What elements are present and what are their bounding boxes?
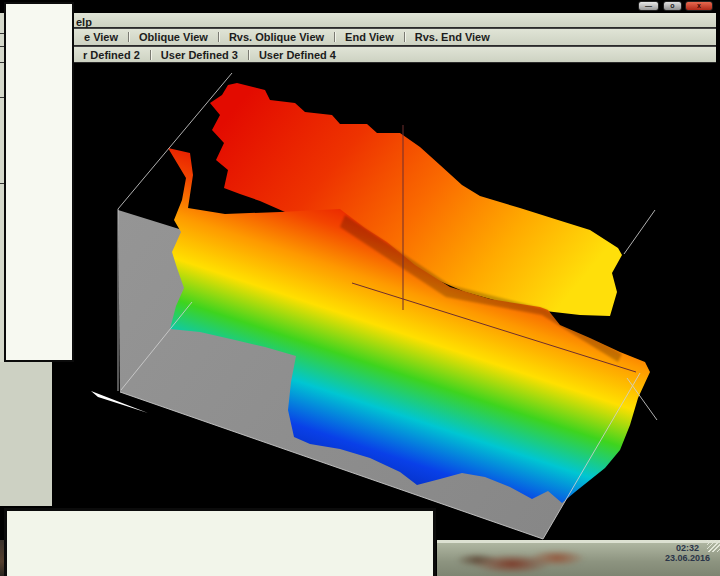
toolbar-button-view[interactable]: e View — [76, 31, 126, 43]
resize-grip[interactable] — [707, 540, 720, 552]
toolbar-separator — [218, 32, 219, 42]
minimize-button[interactable]: — — [638, 1, 659, 11]
overlay-box-left — [4, 2, 74, 362]
toolbar-separator — [334, 32, 335, 42]
overlay-box-gray — [0, 362, 52, 506]
clock-date: 23.06.2016 — [665, 553, 710, 563]
toolbar-button-rvs-end-view[interactable]: Rvs. End View — [407, 31, 498, 43]
toolbar-button-oblique-view[interactable]: Oblique View — [131, 31, 216, 43]
tab-user-defined-4[interactable]: User Defined 4 — [251, 49, 344, 61]
tab-separator — [248, 50, 249, 60]
tab-user-defined-3[interactable]: User Defined 3 — [153, 49, 246, 61]
toolbar-separator — [404, 32, 405, 42]
toolbar-button-rvs-oblique-view[interactable]: Rvs. Oblique View — [221, 31, 332, 43]
toolbar-separator — [128, 32, 129, 42]
tab-separator — [150, 50, 151, 60]
overlay-box-bottom — [4, 508, 436, 576]
clock[interactable]: 02:32 23.06.2016 — [665, 543, 710, 563]
tab-bar: r Defined 2 User Defined 3 User Defined … — [0, 46, 716, 63]
view-toolbar: e View Oblique View Rvs. Oblique View En… — [0, 28, 716, 46]
tab-user-defined-2[interactable]: r Defined 2 — [75, 49, 148, 61]
viewport-3d[interactable] — [0, 63, 720, 540]
bottom-left-sliver — [0, 540, 4, 576]
surface-plot-canvas — [0, 63, 720, 540]
background-photo-strip — [0, 0, 720, 13]
taskbar-photo-blob — [437, 544, 627, 576]
taskbar[interactable]: TR 02:32 23.06.2016 — [437, 540, 720, 576]
menu-bar: elp — [0, 13, 716, 28]
toolbar-button-end-view[interactable]: End View — [337, 31, 402, 43]
maximize-button[interactable]: o — [663, 1, 682, 11]
close-button[interactable]: x — [685, 1, 713, 11]
clock-time: 02:32 — [665, 543, 710, 553]
menu-item-help[interactable]: elp — [76, 16, 92, 28]
screen: — o x — [0, 0, 720, 576]
